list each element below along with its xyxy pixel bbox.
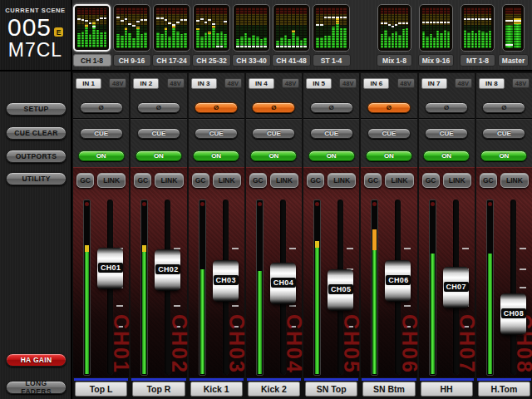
tab-ch-1-8[interactable]: CH 1-8 [73, 4, 111, 66]
channel-name[interactable]: H.Tom [478, 382, 530, 397]
long-faders-button[interactable]: LONG FADERS [6, 381, 66, 394]
gain-compensation-button[interactable]: GC [422, 173, 440, 188]
fader-handle[interactable]: CH04 [270, 263, 296, 304]
meter-bar [136, 7, 140, 48]
fader-handle[interactable]: CH07 [443, 267, 469, 308]
on-button[interactable]: ON [135, 150, 182, 161]
phantom-48v-button[interactable]: 48V [167, 78, 185, 88]
phantom-48v-button[interactable]: 48V [455, 78, 472, 88]
phase-button[interactable]: Ø [195, 102, 238, 113]
phase-button[interactable]: Ø [367, 102, 411, 113]
console-name: M7CL [8, 40, 62, 60]
tab-mix-9-16[interactable]: Mix 9-16 [419, 4, 453, 66]
phase-button[interactable]: Ø [252, 102, 295, 113]
fader-handle[interactable]: CH06 [385, 260, 411, 302]
cue-button[interactable]: CUE [482, 128, 525, 139]
input-port-button[interactable]: IN 8 [479, 78, 505, 89]
fader-handle[interactable]: CH01 [97, 248, 123, 289]
on-button[interactable]: ON [308, 150, 355, 161]
link-button[interactable]: LINK [443, 173, 471, 188]
divider [476, 118, 532, 120]
phase-button[interactable]: Ø [482, 102, 525, 113]
setup-button[interactable]: SETUP [6, 102, 66, 116]
on-button[interactable]: ON [193, 150, 239, 161]
tab-ch-41-48[interactable]: CH 41-48 [273, 4, 310, 66]
tab-mt-1-8[interactable]: MT 1-8 [461, 4, 495, 66]
gain-compensation-button[interactable]: GC [134, 173, 151, 188]
link-button[interactable]: LINK [385, 173, 413, 188]
phantom-48v-button[interactable]: 48V [339, 78, 357, 88]
divider [131, 118, 186, 120]
input-port-button[interactable]: IN 2 [133, 78, 159, 89]
gain-compensation-button[interactable]: GC [307, 173, 324, 188]
utility-button[interactable]: UTILITY [6, 172, 66, 185]
phase-button[interactable]: Ø [425, 102, 468, 113]
link-button[interactable]: LINK [97, 173, 126, 188]
meter-bar [481, 7, 484, 48]
tab-ch-33-40[interactable]: CH 33-40 [233, 4, 270, 66]
on-button[interactable]: ON [250, 150, 297, 161]
channel-name[interactable]: SN Top [305, 382, 357, 397]
cue-button[interactable]: CUE [367, 128, 411, 139]
tab-master[interactable]: Master [502, 4, 525, 66]
phantom-48v-button[interactable]: 48V [224, 78, 242, 88]
input-port-button[interactable]: IN 6 [363, 78, 389, 89]
meter-bar [316, 7, 319, 48]
on-button[interactable]: ON [366, 150, 412, 161]
input-port-button[interactable]: IN 5 [306, 78, 332, 89]
phantom-48v-button[interactable]: 48V [512, 78, 530, 88]
gain-compensation-button[interactable]: GC [364, 173, 382, 188]
gain-compensation-button[interactable]: GC [76, 173, 94, 188]
tab-mix-1-8[interactable]: Mix 1-8 [377, 4, 411, 66]
phantom-48v-button[interactable]: 48V [282, 78, 299, 88]
cue-button[interactable]: CUE [195, 128, 238, 139]
input-port-button[interactable]: IN 1 [76, 78, 101, 89]
cue-button[interactable]: CUE [425, 128, 468, 139]
cue-button[interactable]: CUE [310, 128, 353, 139]
gain-compensation-button[interactable]: GC [192, 173, 209, 188]
channel-color-bar [477, 378, 531, 381]
tab-st-1-4[interactable]: ST 1-4 [313, 4, 350, 66]
fader-handle[interactable]: CH05 [328, 269, 353, 311]
fader-handle[interactable]: CH02 [155, 249, 180, 291]
meter-bar-lit [514, 24, 521, 48]
tab-ch-17-24[interactable]: CH 17-24 [153, 4, 190, 66]
channel-name[interactable]: Kick 2 [248, 382, 300, 397]
link-button[interactable]: LINK [328, 173, 356, 188]
fader-handle[interactable]: CH08 [500, 293, 526, 335]
channel-name[interactable]: SN Btm [362, 382, 415, 397]
level-meter [371, 200, 378, 376]
phase-button[interactable]: Ø [137, 102, 180, 113]
input-port-button[interactable]: IN 4 [249, 78, 274, 89]
tab-ch-25-32[interactable]: CH 25-32 [193, 4, 230, 66]
gain-compensation-button[interactable]: GC [249, 173, 267, 188]
cue-clear-button[interactable]: CUE CLEAR [6, 126, 66, 140]
ha-gain-button[interactable]: HA GAIN [6, 353, 66, 367]
outports-button[interactable]: OUTPORTS [6, 150, 66, 163]
link-button[interactable]: LINK [155, 173, 183, 188]
on-button[interactable]: ON [423, 150, 470, 161]
meter-bar-lit [140, 34, 144, 48]
cue-button[interactable]: CUE [80, 128, 123, 139]
on-button[interactable]: ON [78, 150, 125, 161]
on-button[interactable]: ON [480, 150, 527, 161]
channel-name[interactable]: Top L [75, 382, 127, 397]
link-button[interactable]: LINK [500, 173, 529, 188]
meter-bar-peak [196, 28, 200, 31]
input-port-button[interactable]: IN 7 [421, 78, 447, 89]
cue-button[interactable]: CUE [137, 128, 180, 139]
channel-name[interactable]: Top R [132, 382, 185, 397]
phase-button[interactable]: Ø [310, 102, 353, 113]
link-button[interactable]: LINK [213, 173, 241, 188]
phantom-48v-button[interactable]: 48V [397, 78, 415, 88]
link-button[interactable]: LINK [270, 173, 298, 188]
input-port-button[interactable]: IN 3 [191, 78, 217, 89]
tab-ch-9-16[interactable]: CH 9-16 [113, 4, 150, 66]
fader-handle[interactable]: CH03 [213, 260, 239, 302]
phase-button[interactable]: Ø [80, 102, 123, 113]
gain-compensation-button[interactable]: GC [480, 173, 497, 188]
channel-name[interactable]: Kick 1 [190, 382, 243, 397]
phantom-48v-button[interactable]: 48V [109, 78, 126, 88]
cue-button[interactable]: CUE [252, 128, 295, 139]
channel-name[interactable]: HH [421, 382, 473, 397]
